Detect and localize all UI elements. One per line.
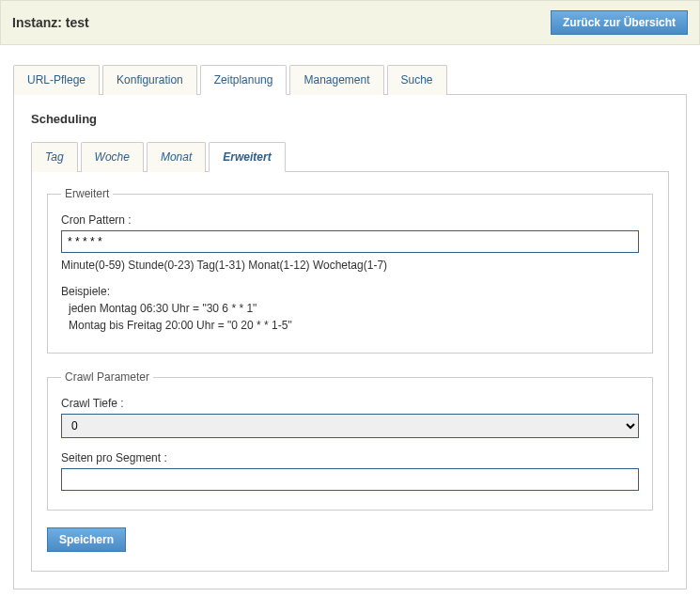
tab-url-pflege[interactable]: URL-Pflege bbox=[13, 65, 100, 95]
section-heading: Scheduling bbox=[31, 112, 669, 126]
pages-per-segment-label: Seiten pro Segment : bbox=[61, 451, 639, 464]
example-1: jeden Montag 06:30 Uhr = "30 6 * * 1" bbox=[61, 300, 639, 317]
save-button[interactable]: Speichern bbox=[47, 527, 126, 552]
legend-crawl: Crawl Parameter bbox=[61, 370, 153, 384]
example-2: Montag bis Freitag 20:00 Uhr = "0 20 * *… bbox=[61, 317, 639, 334]
subtab-monat[interactable]: Monat bbox=[147, 142, 206, 172]
header-bar: Instanz: test Zurück zur Übersicht bbox=[0, 0, 700, 45]
fieldset-erweitert: Erweitert Cron Pattern : Minute(0-59) St… bbox=[47, 187, 653, 354]
crawl-depth-select[interactable]: 0 bbox=[61, 414, 639, 438]
subpanel-erweitert: Erweitert Cron Pattern : Minute(0-59) St… bbox=[31, 172, 669, 572]
cron-pattern-input[interactable] bbox=[61, 230, 639, 253]
main-tabs: URL-Pflege Konfiguration Zeitplanung Man… bbox=[13, 64, 687, 95]
cron-help-text: Minute(0-59) Stunde(0-23) Tag(1-31) Mona… bbox=[61, 259, 639, 272]
cron-examples: Beispiele: jeden Montag 06:30 Uhr = "30 … bbox=[61, 283, 639, 334]
subtab-erweitert[interactable]: Erweitert bbox=[209, 142, 285, 172]
subtab-woche[interactable]: Woche bbox=[81, 142, 144, 172]
back-button[interactable]: Zurück zur Übersicht bbox=[551, 10, 688, 35]
legend-erweitert: Erweitert bbox=[61, 187, 113, 200]
sub-tabs: Tag Woche Monat Erweitert bbox=[31, 141, 669, 172]
tab-zeitplanung[interactable]: Zeitplanung bbox=[200, 65, 288, 95]
tab-management[interactable]: Management bbox=[289, 65, 383, 95]
cron-pattern-label: Cron Pattern : bbox=[61, 213, 639, 227]
fieldset-crawl-parameter: Crawl Parameter Crawl Tiefe : 0 Seiten p… bbox=[47, 370, 653, 511]
crawl-depth-label: Crawl Tiefe : bbox=[61, 397, 639, 410]
examples-title: Beispiele: bbox=[61, 283, 639, 300]
pages-per-segment-input[interactable] bbox=[61, 468, 639, 491]
tab-suche[interactable]: Suche bbox=[387, 65, 447, 95]
tab-konfiguration[interactable]: Konfiguration bbox=[102, 65, 197, 95]
tab-panel-zeitplanung: Scheduling Tag Woche Monat Erweitert Erw… bbox=[13, 95, 687, 589]
page-title: Instanz: test bbox=[12, 15, 89, 30]
subtab-tag[interactable]: Tag bbox=[31, 142, 78, 172]
